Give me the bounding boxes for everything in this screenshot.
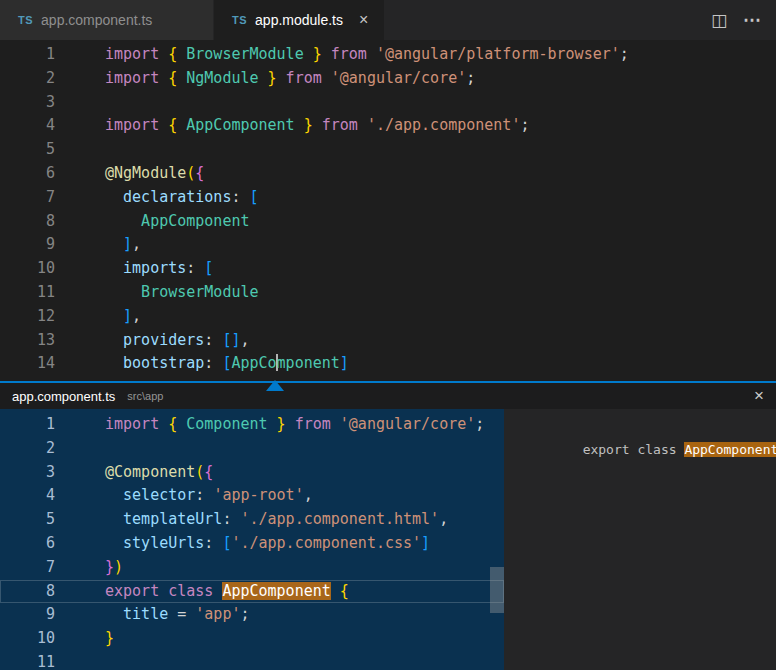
code-text: import { BrowserModule } from '@angular/… — [55, 43, 629, 67]
code-token: templateUrl — [105, 510, 222, 528]
code-token: : — [186, 259, 204, 277]
code-token: NgModule — [186, 69, 258, 87]
more-actions-icon[interactable]: ⋯ — [743, 9, 762, 31]
tab-app-component-ts[interactable]: TS app.component.ts — [0, 0, 214, 40]
line-number[interactable]: 7 — [0, 556, 55, 580]
code-line-2[interactable]: 2 — [0, 437, 504, 461]
peek-editor: 1import { Component } from '@angular/cor… — [0, 409, 504, 670]
tab-app-module-ts[interactable]: TS app.module.ts × — [214, 0, 384, 40]
code-token: BrowserModule — [105, 283, 259, 301]
peek-editor-scrollbar[interactable] — [490, 567, 504, 613]
code-line-9[interactable]: 9 title = 'app'; — [0, 603, 504, 627]
code-line-1[interactable]: 1import { Component } from '@angular/cor… — [0, 413, 504, 437]
code-token: bootstrap — [105, 354, 204, 372]
code-line-11[interactable]: 11 — [0, 651, 504, 670]
code-token: ; — [620, 45, 629, 63]
peek-title: app.component.ts — [12, 389, 115, 404]
code-token — [105, 235, 123, 253]
code-text: imports: [ — [55, 257, 213, 281]
code-text: BrowserModule — [55, 281, 259, 305]
code-line-1[interactable]: 1import { BrowserModule } from '@angular… — [0, 43, 776, 67]
line-number[interactable]: 8 — [0, 580, 55, 604]
peek-close-icon[interactable]: × — [754, 386, 764, 406]
line-number[interactable]: 1 — [0, 413, 55, 437]
code-token: import — [105, 69, 168, 87]
code-line-7[interactable]: 7 declarations: [ — [0, 186, 776, 210]
code-text: selector: 'app-root', — [55, 484, 313, 508]
code-line-12[interactable]: 12 ], — [0, 305, 776, 329]
code-token: import — [105, 415, 168, 433]
line-number[interactable]: 4 — [0, 484, 55, 508]
tab-label: app.component.ts — [41, 12, 152, 28]
peek-view: app.component.ts src\app × 1import { Com… — [0, 381, 776, 668]
code-line-6[interactable]: 6 styleUrls: ['./app.component.css'] — [0, 532, 504, 556]
line-number[interactable]: 5 — [0, 508, 55, 532]
editor-app-module: 1import { BrowserModule } from '@angular… — [0, 40, 776, 381]
code-line-2[interactable]: 2import { NgModule } from '@angular/core… — [0, 67, 776, 91]
code-token: AppComponent — [186, 116, 294, 134]
code-text — [55, 91, 105, 115]
code-token: from — [277, 69, 331, 87]
code-text — [55, 138, 105, 162]
split-editor-icon[interactable]: ◫ — [711, 10, 727, 31]
line-number[interactable]: 10 — [0, 627, 55, 651]
code-token: } — [268, 415, 286, 433]
code-line-3[interactable]: 3@Component({ — [0, 461, 504, 485]
code-token: : — [195, 486, 213, 504]
reference-list-item[interactable]: export class AppComponent { — [504, 415, 776, 438]
code-line-6[interactable]: 6@NgModule({ — [0, 162, 776, 186]
code-token: , — [304, 486, 313, 504]
close-tab-icon[interactable]: × — [359, 11, 368, 29]
line-number[interactable]: 3 — [0, 91, 55, 115]
peek-subtitle-path: src\app — [127, 390, 163, 402]
line-number[interactable]: 7 — [0, 186, 55, 210]
code-line-4[interactable]: 4import { AppComponent } from './app.com… — [0, 114, 776, 138]
code-token: ( — [186, 164, 195, 182]
code-token: , — [132, 307, 141, 325]
line-number[interactable]: 14 — [0, 352, 55, 376]
line-number[interactable]: 6 — [0, 532, 55, 556]
code-token: 'app-root' — [213, 486, 303, 504]
code-line-9[interactable]: 9 ], — [0, 233, 776, 257]
code-line-11[interactable]: 11 BrowserModule — [0, 281, 776, 305]
code-line-5[interactable]: 5 — [0, 138, 776, 162]
line-number[interactable]: 10 — [0, 257, 55, 281]
code-line-13[interactable]: 13 providers: [], — [0, 329, 776, 353]
code-line-8[interactable]: 8export class AppComponent { — [0, 580, 504, 604]
code-token: export — [105, 582, 168, 600]
code-text: import { AppComponent } from './app.comp… — [55, 114, 529, 138]
code-text: } — [55, 627, 114, 651]
code-token: AppComponent — [105, 212, 250, 230]
line-number[interactable]: 2 — [0, 437, 55, 461]
code-token: { — [204, 463, 213, 481]
code-token: styleUrls — [105, 534, 204, 552]
line-number[interactable]: 2 — [0, 67, 55, 91]
code-line-10[interactable]: 10} — [0, 627, 504, 651]
code-token: [] — [222, 331, 240, 349]
line-number[interactable]: 13 — [0, 329, 55, 353]
code-token: : — [231, 188, 249, 206]
code-line-8[interactable]: 8 AppComponent — [0, 210, 776, 234]
code-line-7[interactable]: 7}) — [0, 556, 504, 580]
code-token: mponent — [277, 354, 340, 372]
line-number[interactable]: 5 — [0, 138, 55, 162]
line-number[interactable]: 11 — [0, 651, 55, 670]
line-number[interactable]: 1 — [0, 43, 55, 67]
code-token: : — [204, 331, 222, 349]
code-token: [ — [250, 188, 259, 206]
line-number[interactable]: 11 — [0, 281, 55, 305]
code-line-4[interactable]: 4 selector: 'app-root', — [0, 484, 504, 508]
code-line-3[interactable]: 3 — [0, 91, 776, 115]
line-number[interactable]: 4 — [0, 114, 55, 138]
line-number[interactable]: 9 — [0, 233, 55, 257]
line-number[interactable]: 8 — [0, 210, 55, 234]
line-number[interactable]: 12 — [0, 305, 55, 329]
editor-actions: ◫ ⋯ — [711, 0, 776, 40]
code-line-10[interactable]: 10 imports: [ — [0, 257, 776, 281]
line-number[interactable]: 9 — [0, 603, 55, 627]
code-token: [ — [204, 259, 213, 277]
code-line-5[interactable]: 5 templateUrl: './app.component.html', — [0, 508, 504, 532]
line-number[interactable]: 3 — [0, 461, 55, 485]
line-number[interactable]: 6 — [0, 162, 55, 186]
code-line-14[interactable]: 14 bootstrap: [AppComponent] — [0, 352, 776, 376]
